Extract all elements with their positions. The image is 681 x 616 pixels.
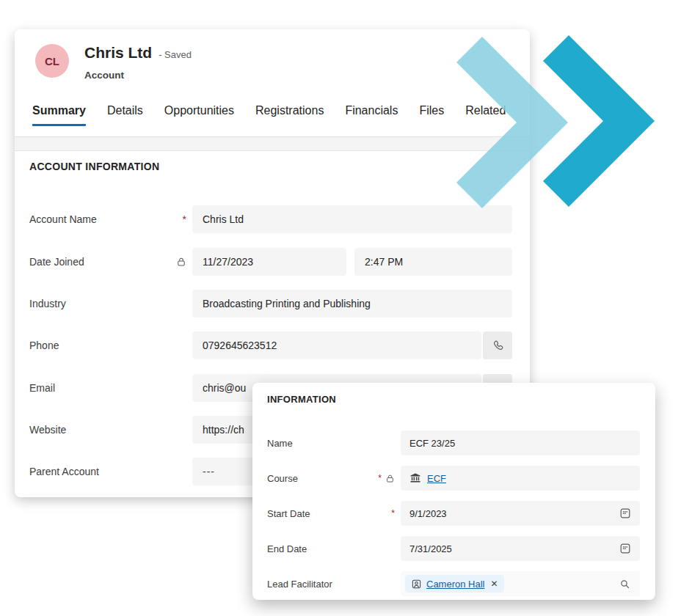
date-picker-button[interactable] [619,507,631,519]
required-marker: * [391,509,395,518]
field-row-start-date: Start Date * 9/1/2023 [267,501,640,526]
end-date-value: 7/31/2025 [409,543,452,554]
website-label: Website [29,424,169,436]
tab-bar: Summary Details Opportunities Registrati… [32,104,506,126]
account-name-label: Account Name [29,213,169,225]
field-row-date-joined: Date Joined 11/27/2023 2:47 PM [29,248,512,276]
lock-icon [176,257,186,267]
lead-facilitator-lookup-field[interactable]: Cameron Hall ✕ [401,571,640,596]
date-joined-label: Date Joined [29,256,169,268]
tab-registrations[interactable]: Registrations [255,104,324,126]
field-row-end-date: End Date 7/31/2025 [267,536,640,561]
name-label: Name [267,438,370,449]
course-label: Course [267,473,370,484]
start-date-value: 9/1/2023 [409,508,447,519]
account-name-input[interactable]: Chris Ltd [192,205,512,233]
remove-record-icon[interactable]: ✕ [489,579,498,589]
chevron-right-icon-dark [543,35,655,207]
name-input[interactable]: ECF 23/25 [401,430,640,455]
end-date-field[interactable]: 7/31/2025 [401,536,640,561]
lead-facilitator-record-link[interactable]: Cameron Hall [426,579,484,590]
industry-label: Industry [29,298,169,309]
required-marker: * [378,474,382,483]
lead-facilitator-label: Lead Facilitator [267,579,370,590]
contact-icon [411,579,422,590]
date-joined-date-input[interactable]: 11/27/2023 [192,248,346,276]
record-header: Chris Ltd - Saved [84,44,192,62]
parent-account-label: Parent Account [29,466,169,477]
save-status: - Saved [159,49,192,60]
bank-icon [409,472,421,484]
lookup-search-button[interactable] [619,578,631,590]
lock-icon [385,474,395,483]
course-lookup-field: ECF [401,466,640,491]
tab-summary[interactable]: Summary [32,104,86,126]
tab-related[interactable]: Related [465,104,506,126]
page-title: Chris Ltd [84,44,152,62]
calendar-icon [619,507,631,519]
required-marker: * [183,214,186,224]
phone-label: Phone [29,340,169,351]
field-row-account-name: Account Name * Chris Ltd [29,205,512,233]
field-row-course: Course * ECF [267,466,640,491]
email-label: Email [29,382,169,394]
section-title-information: INFORMATION [267,394,336,405]
avatar: CL [35,44,69,78]
search-icon [619,578,631,590]
phone-icon [491,339,505,353]
tab-files[interactable]: Files [419,104,444,126]
calendar-icon [619,543,631,554]
information-form-card: INFORMATION Name ECF 23/25 Course * ECF … [252,383,655,600]
date-joined-time-input[interactable]: 2:47 PM [354,248,512,276]
phone-input[interactable]: 0792645623512 [192,331,481,359]
start-date-field[interactable]: 9/1/2023 [401,501,640,526]
tab-opportunities[interactable]: Opportunities [164,104,234,126]
field-row-phone: Phone 0792645623512 [29,331,512,359]
industry-input[interactable]: Broadcasting Printing and Publishing [192,290,512,318]
field-row-industry: Industry Broadcasting Printing and Publi… [29,290,512,318]
selected-record-chip: Cameron Hall ✕ [405,575,504,593]
header-content-divider [15,136,530,151]
date-picker-button[interactable] [619,543,631,554]
course-record-link[interactable]: ECF [427,473,446,484]
start-date-label: Start Date [267,508,370,519]
entity-type-label: Account [84,70,124,81]
call-button[interactable] [483,331,512,359]
field-row-name: Name ECF 23/25 [267,430,640,455]
section-title-account-information: ACCOUNT INFORMATION [29,161,159,172]
field-row-lead-facilitator: Lead Facilitator Cameron Hall ✕ [267,571,640,596]
end-date-label: End Date [267,543,370,554]
tab-financials[interactable]: Financials [345,104,398,126]
tab-details[interactable]: Details [107,104,143,126]
